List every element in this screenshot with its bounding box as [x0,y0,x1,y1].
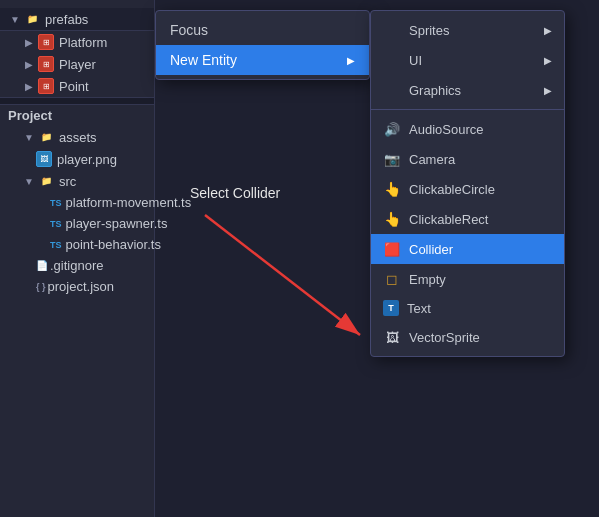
player-label: Player [59,57,96,72]
menu-focus-label: Focus [170,22,355,38]
point-behavior-label: point-behavior.ts [66,237,161,252]
menu2-item-collider[interactable]: 🟥 Collider [371,234,564,264]
sidebar-item-player-spawner[interactable]: TS player-spawner.ts [0,213,154,234]
player-spawner-label: player-spawner.ts [66,216,168,231]
vector-sprite-label: VectorSprite [409,330,480,345]
clickable-circle-label: ClickableCircle [409,182,495,197]
sprites-arrow: ▶ [544,25,552,36]
annotation-arrow [195,205,395,365]
graphics-icon [383,81,401,99]
menu2-item-clickable-circle[interactable]: 👆 ClickableCircle [371,174,564,204]
point-chevron: ▶ [22,79,36,93]
src-folder-icon: 📁 [38,173,54,189]
project-json-icon: { } [36,282,46,292]
sidebar-panel: ▼ 📁 prefabs ▶ ⊞ Platform ▶ ⊞ Player ▶ ⊞ … [0,0,155,517]
context-menu-1: Focus New Entity ▶ [155,10,370,80]
annotation-text: Select Collider [190,185,280,201]
ui-icon [383,51,401,69]
platform-movement-label: platform-movement.ts [66,195,192,210]
text-label: Text [407,301,431,316]
assets-folder-icon: 📁 [38,129,54,145]
src-chevron: ▼ [22,174,36,188]
menu2-item-audiosource[interactable]: 🔊 AudioSource [371,114,564,144]
point-prefab-icon: ⊞ [38,78,54,94]
player-prefab-icon: ⊞ [38,56,54,72]
clickable-circle-icon: 👆 [383,180,401,198]
platform-chevron: ▶ [22,35,36,49]
ui-arrow: ▶ [544,55,552,66]
context-menu-2: Sprites ▶ UI ▶ Graphics ▶ 🔊 AudioSource … [370,10,565,357]
text-icon: T [383,300,399,316]
sidebar-item-project-json[interactable]: { } project.json [0,276,154,297]
sidebar-item-gitignore[interactable]: 📄 .gitignore [0,255,154,276]
menu-new-entity-arrow: ▶ [347,55,355,66]
sidebar-item-src[interactable]: ▼ 📁 src [0,170,154,192]
prefabs-chevron: ▼ [8,12,22,26]
clickable-rect-icon: 👆 [383,210,401,228]
separator-1 [371,109,564,110]
collider-label: Collider [409,242,453,257]
audiosource-icon: 🔊 [383,120,401,138]
empty-icon: ◻ [383,270,401,288]
menu2-item-clickable-rect[interactable]: 👆 ClickableRect [371,204,564,234]
assets-chevron: ▼ [22,130,36,144]
point-behavior-ts-icon: TS [50,240,62,250]
sprites-icon [383,21,401,39]
player-spawner-ts-icon: TS [50,219,62,229]
point-label: Point [59,79,89,94]
project-header: Project [0,105,154,126]
clickable-rect-label: ClickableRect [409,212,488,227]
menu2-item-text[interactable]: T Text [371,294,564,322]
ui-label: UI [409,53,422,68]
graphics-arrow: ▶ [544,85,552,96]
prefabs-header[interactable]: ▼ 📁 prefabs [0,8,154,31]
menu-new-entity-label: New Entity [170,52,347,68]
menu2-item-vector-sprite[interactable]: 🖼 VectorSprite [371,322,564,352]
gitignore-label: .gitignore [50,258,103,273]
camera-icon: 📷 [383,150,401,168]
camera-label: Camera [409,152,455,167]
project-title: Project [8,108,52,123]
sidebar-item-platform[interactable]: ▶ ⊞ Platform [0,31,154,53]
vector-sprite-icon: 🖼 [383,328,401,346]
panel-divider [0,97,154,105]
menu2-item-empty[interactable]: ◻ Empty [371,264,564,294]
sidebar-item-point[interactable]: ▶ ⊞ Point [0,75,154,97]
player-png-label: player.png [57,152,117,167]
sprites-label: Sprites [409,23,449,38]
menu-item-focus[interactable]: Focus [156,15,369,45]
platform-prefab-icon: ⊞ [38,34,54,50]
sidebar-item-player-png[interactable]: 🖼 player.png [0,148,154,170]
player-chevron: ▶ [22,57,36,71]
prefabs-label: prefabs [45,12,88,27]
collider-icon: 🟥 [383,240,401,258]
sidebar-item-player[interactable]: ▶ ⊞ Player [0,53,154,75]
sidebar-item-platform-movement[interactable]: TS platform-movement.ts [0,192,154,213]
menu2-item-ui[interactable]: UI ▶ [371,45,564,75]
menu2-item-graphics[interactable]: Graphics ▶ [371,75,564,105]
sidebar-item-assets[interactable]: ▼ 📁 assets [0,126,154,148]
src-label: src [59,174,76,189]
sidebar-item-point-behavior[interactable]: TS point-behavior.ts [0,234,154,255]
menu-item-new-entity[interactable]: New Entity ▶ [156,45,369,75]
player-png-icon: 🖼 [36,151,52,167]
gitignore-file-icon: 📄 [36,260,48,271]
audiosource-label: AudioSource [409,122,483,137]
empty-label: Empty [409,272,446,287]
platform-movement-ts-icon: TS [50,198,62,208]
menu2-item-camera[interactable]: 📷 Camera [371,144,564,174]
assets-label: assets [59,130,97,145]
menu2-item-sprites[interactable]: Sprites ▶ [371,15,564,45]
project-json-label: project.json [48,279,114,294]
platform-label: Platform [59,35,107,50]
graphics-label: Graphics [409,83,461,98]
svg-line-1 [205,215,360,335]
prefabs-folder-icon: 📁 [24,11,40,27]
